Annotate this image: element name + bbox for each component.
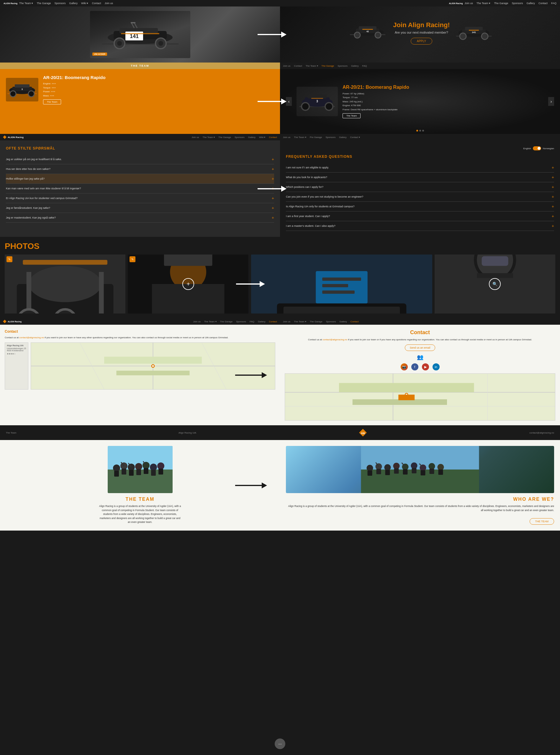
nav-g-sponsors[interactable]: Sponsors	[338, 65, 347, 67]
youtube-icon[interactable]: ▶	[422, 363, 429, 370]
contact-email-link-right[interactable]: contact@alignracing.no	[322, 338, 347, 341]
contact-nav-r-team[interactable]: The Team ▾	[294, 320, 306, 323]
nav-g-the-team[interactable]: The Team ▾	[306, 65, 318, 67]
contact-section: Contact Contact us at contact@alignracin…	[0, 325, 560, 425]
faq-toggle-1[interactable]: +	[272, 157, 274, 162]
contact-map-right[interactable]	[285, 373, 555, 421]
nav-wiki[interactable]: Wiki ▾	[81, 2, 88, 5]
faq-nav-r-team[interactable]: The Team ▾	[294, 136, 306, 139]
faq-nav-garage[interactable]: The Garage	[218, 136, 231, 139]
faq-toggle-en-7[interactable]: +	[552, 224, 554, 228]
nav-the-team[interactable]: The Team ▾	[19, 2, 33, 5]
nav-g-contact[interactable]: Contact	[294, 65, 302, 67]
nav-sponsors[interactable]: Sponsors	[54, 2, 65, 5]
garage-car-name-right: AR-20/21: Boomerang Rapido	[343, 85, 543, 90]
nav-garage[interactable]: The Garage	[37, 2, 51, 5]
faq-toggle-en-2[interactable]: +	[552, 175, 554, 180]
contact-nav-r-gallery[interactable]: Gallery	[340, 320, 347, 323]
contact-nav-r-sponsors[interactable]: Sponsors	[326, 320, 336, 323]
nav-right-gallery[interactable]: Gallery	[526, 2, 535, 5]
photo-circle-btn-4[interactable]: 🔍	[489, 278, 501, 290]
contact-nav-gallery[interactable]: Gallery	[258, 320, 265, 323]
contact-nav-garage[interactable]: The Garage	[220, 320, 233, 323]
faq-nav-team[interactable]: The Team ▾	[203, 136, 215, 139]
faq-toggle-5[interactable]: +	[272, 196, 274, 201]
contact-nav-team[interactable]: The Team ▾	[204, 320, 217, 323]
faq-nav-r-gallery[interactable]: Gallery	[339, 136, 346, 139]
nav-right-join-us[interactable]: Join us	[464, 2, 473, 5]
svg-point-19	[375, 32, 381, 38]
faq-nav-wiki[interactable]: Wiki ▾	[259, 136, 265, 139]
facebook-icon[interactable]: f	[411, 363, 418, 370]
faq-nav-r-join[interactable]: Join us	[283, 136, 290, 139]
faq-toggle-en-5[interactable]: +	[552, 204, 554, 209]
apply-button[interactable]: APPLY	[411, 38, 433, 44]
faq-nav-join[interactable]: Join us	[192, 136, 199, 139]
nav-right-faq[interactable]: FAQ	[551, 2, 557, 5]
carousel-next-btn[interactable]: ›	[548, 97, 554, 106]
nav-gallery[interactable]: Gallery	[69, 2, 78, 5]
faq-toggle-en-1[interactable]: +	[552, 165, 554, 170]
nav-right-contact[interactable]: Contact	[538, 2, 547, 5]
contact-nav-join[interactable]: Join us	[193, 320, 201, 323]
faq-toggle-7[interactable]: +	[272, 215, 274, 220]
faq-nav-contact[interactable]: Contact	[269, 136, 277, 139]
faq-item-en-7: I am a master's student. Can I also appl…	[286, 221, 554, 231]
faq-nav-sponsors[interactable]: Sponsors	[235, 136, 245, 139]
linkedin-icon[interactable]: in	[433, 363, 440, 370]
the-team-orange-btn[interactable]: THE TEAM	[529, 518, 554, 525]
send-email-btn[interactable]: Send us an email	[405, 345, 436, 351]
contact-nav-r-join[interactable]: Join us	[283, 320, 290, 323]
the-team-btn-left[interactable]: The Team	[43, 99, 61, 104]
nav-g-gallery[interactable]: Gallery	[351, 65, 359, 67]
the-team-btn-right[interactable]: The Team	[343, 113, 361, 118]
nav-contact[interactable]: Contact	[92, 2, 101, 5]
map-right-svg	[285, 374, 555, 420]
footer-link-email[interactable]: contact@alignracing.no	[529, 431, 554, 434]
nav-right-garage[interactable]: The Garage	[494, 2, 508, 5]
faq-toggle-3[interactable]: +	[272, 176, 274, 181]
faq-q-no-1: Jeg er usikker på om jeg er kvalifisert …	[6, 158, 62, 161]
svg-rect-106	[151, 470, 156, 476]
contact-nav-faq[interactable]: FAQ	[249, 320, 254, 323]
instagram-icon[interactable]: 📷	[401, 363, 408, 370]
contact-map-left[interactable]	[31, 342, 275, 390]
faq-toggle-2[interactable]: +	[272, 167, 274, 171]
faq-nav-r-garage[interactable]: Pre Garage	[310, 136, 322, 139]
nav-right-sponsors[interactable]: Sponsors	[512, 2, 523, 5]
nav-join-us[interactable]: Join us	[105, 2, 113, 5]
svg-rect-62	[322, 278, 361, 281]
contact-nav-r-contact[interactable]: Contact	[351, 320, 359, 323]
faq-q-en-2: What do you look for in applicants?	[286, 176, 327, 179]
faq-nav-gallery[interactable]: Gallery	[248, 136, 256, 139]
faq-nav-r-contact[interactable]: Contact ▾	[350, 136, 360, 139]
faq-toggle-6[interactable]: +	[272, 206, 274, 210]
faq-nav-r-sponsors[interactable]: Sponsors	[325, 136, 336, 139]
nav-right-the-team[interactable]: The Team ▾	[477, 2, 491, 5]
faq-toggle-en-4[interactable]: +	[552, 195, 554, 199]
spec-mass-right: Mass: 245 kg (est.)	[343, 100, 543, 104]
svg-rect-63	[322, 284, 348, 287]
language-toggle-switch[interactable]	[533, 146, 541, 150]
faq-toggle-en-3[interactable]: +	[552, 185, 554, 189]
nav-g-garage[interactable]: The Garage	[322, 65, 334, 67]
contact-email-link-left[interactable]: contact@alignracing.no	[19, 336, 44, 339]
contact-nav-r-garage[interactable]: The Garage	[310, 320, 322, 323]
nav-g-faq[interactable]: FAQ	[362, 65, 367, 67]
photo-edit-btn-1[interactable]: ✎	[6, 256, 13, 262]
contact-nav-sponsors[interactable]: Sponsors	[236, 320, 246, 323]
faq-toggle-en-6[interactable]: +	[552, 214, 554, 219]
photos-grid: ✎ ✎ +	[5, 254, 555, 313]
svg-point-35	[28, 91, 34, 97]
photo-circle-btn-2[interactable]: +	[182, 278, 194, 290]
footer-link-uia[interactable]: Align Racing UiA	[179, 431, 196, 434]
faq-item-en-6: I am a first year student. Can I apply? …	[286, 211, 554, 221]
footer-link-team[interactable]: The Team	[6, 431, 16, 434]
svg-point-95	[113, 465, 120, 472]
social-people-icon[interactable]: 👥	[417, 354, 423, 361]
photo-edit-btn-2[interactable]: ✎	[129, 256, 136, 262]
carousel-prev-btn[interactable]: ‹	[286, 97, 292, 106]
svg-rect-10	[121, 33, 159, 34]
nav-g-join[interactable]: Join us	[283, 65, 290, 67]
contact-nav-contact[interactable]: Contact	[269, 320, 277, 323]
